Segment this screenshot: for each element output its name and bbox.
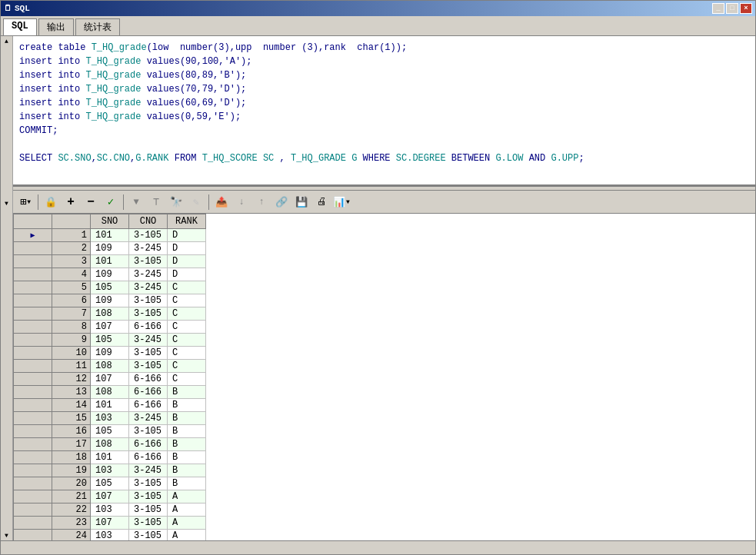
cell-rank[interactable]: B [168,412,206,425]
cell-sno[interactable]: 103 [91,464,129,477]
cell-rank[interactable]: D [168,229,206,242]
scroll-down-button-1[interactable]: ▼ [5,200,8,207]
cell-sno[interactable]: 105 [91,281,129,294]
minimize-button[interactable]: _ [712,3,724,14]
print-button[interactable]: 🖨 [312,193,331,211]
table-row[interactable]: 171086-166B [14,438,206,451]
cell-rank[interactable]: C [168,321,206,334]
cell-cno[interactable]: 3-245 [129,334,168,347]
column-header-cno[interactable]: CNO [129,214,168,229]
result-table-container[interactable]: SNO CNO RANK ▶11013-105D21093-245D31013-… [13,214,755,540]
table-row[interactable]: 31013-105D [14,255,206,268]
table-row[interactable]: 111083-105C [14,360,206,373]
scroll-down-button-2[interactable]: ▼ [5,532,8,539]
cell-cno[interactable]: 3-105 [129,360,168,373]
cell-sno[interactable]: 109 [91,242,129,255]
cell-rank[interactable]: B [168,464,206,477]
cell-rank[interactable]: C [168,347,206,360]
table-row[interactable]: 21093-245D [14,242,206,255]
cell-rank[interactable]: C [168,294,206,307]
cell-cno[interactable]: 3-245 [129,412,168,425]
cell-sno[interactable]: 108 [91,438,129,451]
confirm-button[interactable]: ✓ [102,193,120,211]
cell-rank[interactable]: A [168,517,206,530]
cell-sno[interactable]: 105 [91,477,129,490]
cell-rank[interactable]: D [168,242,206,255]
cell-cno[interactable]: 3-245 [129,464,168,477]
cell-cno[interactable]: 3-105 [129,517,168,530]
export-button[interactable]: 📤 [212,193,231,211]
chart-button[interactable]: 📊 ▼ [332,193,351,211]
column-header-sno[interactable]: SNO [91,214,129,229]
filter-sort-button[interactable]: ⊤ [147,193,165,211]
cell-rank[interactable]: C [168,281,206,294]
add-row-button[interactable]: + [62,193,80,211]
save-button[interactable]: 💾 [292,193,311,211]
cell-sno[interactable]: 109 [91,294,129,307]
table-row[interactable]: 231073-105A [14,517,206,530]
search-button[interactable]: 🔭 [167,193,185,211]
cell-sno[interactable]: 107 [91,517,129,530]
table-row[interactable]: 51053-245C [14,281,206,294]
cell-sno[interactable]: 109 [91,347,129,360]
maximize-button[interactable]: □ [726,3,738,14]
cell-sno[interactable]: 105 [91,334,129,347]
table-row[interactable]: 181016-166B [14,451,206,464]
table-row[interactable]: 141016-166B [14,399,206,412]
cell-rank[interactable]: D [168,268,206,281]
table-row[interactable]: 81076-166C [14,321,206,334]
column-header-rank[interactable]: RANK [168,214,206,229]
cell-sno[interactable]: 109 [91,268,129,281]
cell-rank[interactable]: B [168,438,206,451]
cell-cno[interactable]: 6-166 [129,399,168,412]
table-row[interactable]: ▶11013-105D [14,229,206,242]
cell-cno[interactable]: 6-166 [129,386,168,399]
cell-sno[interactable]: 108 [91,386,129,399]
grid-toggle-button[interactable]: ⊞ ▼ [16,193,35,211]
cell-sno[interactable]: 103 [91,530,129,541]
table-row[interactable]: 161053-105B [14,425,206,438]
cell-rank[interactable]: C [168,334,206,347]
cell-sno[interactable]: 108 [91,307,129,321]
tab-sql[interactable]: SQL [3,18,37,35]
cell-rank[interactable]: C [168,360,206,373]
cell-rank[interactable]: B [168,477,206,490]
table-row[interactable]: 151033-245B [14,412,206,425]
table-row[interactable]: 91053-245C [14,334,206,347]
cell-sno[interactable]: 107 [91,373,129,386]
cell-cno[interactable]: 3-105 [129,425,168,438]
cell-cno[interactable]: 3-105 [129,255,168,268]
table-row[interactable]: 211073-105A [14,490,206,503]
cell-sno[interactable]: 101 [91,229,129,242]
cell-cno[interactable]: 6-166 [129,451,168,464]
cell-cno[interactable]: 3-105 [129,477,168,490]
cell-rank[interactable]: A [168,530,206,541]
cell-cno[interactable]: 3-245 [129,281,168,294]
tab-stats[interactable]: 统计表 [75,18,120,35]
clear-button[interactable]: ✎ [187,193,205,211]
remove-row-button[interactable]: − [82,193,100,211]
table-row[interactable]: 221033-105A [14,503,206,517]
table-row[interactable]: 61093-105C [14,294,206,307]
filter-down-button[interactable]: ▼ [127,193,145,211]
cell-cno[interactable]: 3-105 [129,503,168,517]
move-up-button[interactable]: ↑ [252,193,271,211]
cell-rank[interactable]: A [168,490,206,503]
cell-cno[interactable]: 3-245 [129,268,168,281]
close-button[interactable]: × [740,3,752,14]
cell-rank[interactable]: D [168,255,206,268]
cell-sno[interactable]: 107 [91,321,129,334]
cell-cno[interactable]: 3-245 [129,242,168,255]
move-down-button[interactable]: ↓ [232,193,251,211]
cell-sno[interactable]: 108 [91,360,129,373]
cell-sno[interactable]: 105 [91,425,129,438]
table-row[interactable]: 41093-245D [14,268,206,281]
table-row[interactable]: 131086-166B [14,386,206,399]
cell-rank[interactable]: C [168,307,206,321]
cell-rank[interactable]: C [168,373,206,386]
cell-cno[interactable]: 6-166 [129,438,168,451]
cell-sno[interactable]: 103 [91,412,129,425]
cell-cno[interactable]: 6-166 [129,373,168,386]
cell-rank[interactable]: B [168,386,206,399]
table-row[interactable]: 201053-105B [14,477,206,490]
